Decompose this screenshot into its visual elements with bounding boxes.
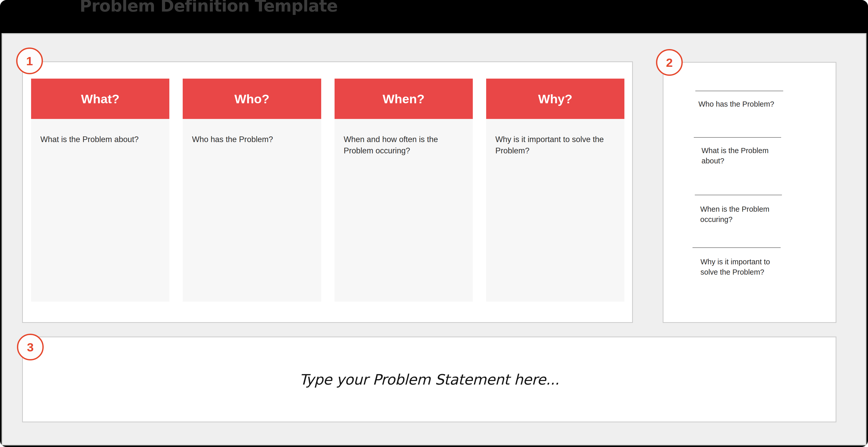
write-line (694, 137, 781, 138)
summary-question: Why is it important to solve the Problem… (701, 257, 770, 277)
problem-definition-template-canvas: Problem Definition Template What? What i… (0, 0, 868, 447)
questions-panel: What? What is the Problem about? Who? Wh… (22, 61, 633, 323)
column-what: What? What is the Problem about? (31, 78, 169, 301)
column-when: When? When and how often is the Problem … (335, 78, 473, 301)
column-when-header: When? (335, 78, 473, 119)
summary-question: When is the Problem occuring? (700, 204, 769, 225)
step-1-badge: 1 (16, 47, 43, 74)
write-line (695, 91, 783, 91)
column-why: Why? Why is it important to solve the Pr… (486, 78, 624, 301)
summary-question: Who has the Problem? (699, 99, 774, 109)
summary-panel: Who has the Problem? What is the Problem… (663, 62, 836, 323)
step-3-badge: 3 (17, 334, 44, 360)
column-why-note-area[interactable]: Why is it important to solve the Problem… (486, 119, 624, 301)
column-what-note-area[interactable]: What is the Problem about? (31, 119, 169, 301)
write-line (692, 247, 781, 248)
problem-statement-placeholder[interactable]: Type your Problem Statement here... (299, 371, 559, 388)
top-bar: Problem Definition Template (0, 0, 868, 33)
column-what-header: What? (31, 78, 169, 119)
statement-panel: Type your Problem Statement here... (22, 337, 836, 422)
step-2-badge: 2 (656, 49, 683, 76)
column-who-header: Who? (183, 78, 321, 119)
column-who-note-area[interactable]: Who has the Problem? (183, 119, 321, 301)
page-title: Problem Definition Template (80, 0, 338, 15)
summary-question: What is the Problem about? (702, 146, 769, 166)
column-when-note-area[interactable]: When and how often is the Problem occuri… (335, 119, 473, 301)
write-line (695, 195, 782, 195)
column-why-header: Why? (486, 78, 624, 119)
column-who: Who? Who has the Problem? (183, 78, 321, 301)
